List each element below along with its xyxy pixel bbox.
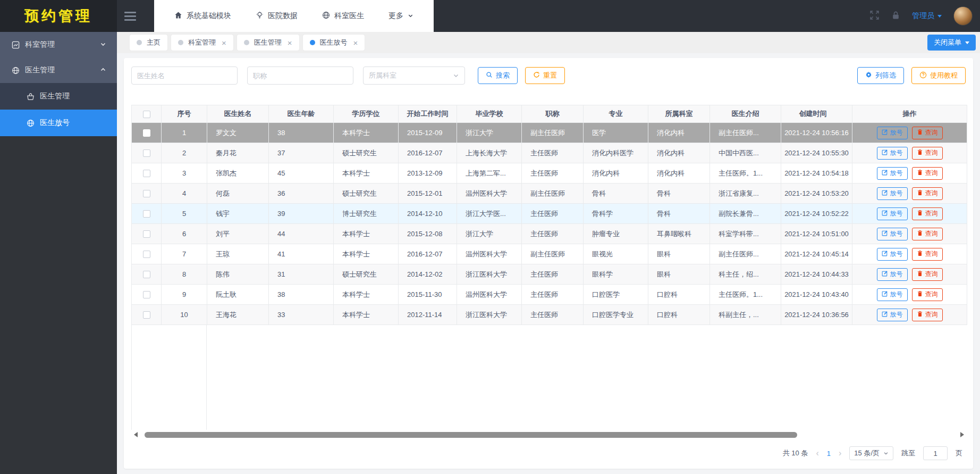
sidebar-item-doctor-release[interactable]: 医生放号 — [0, 110, 117, 136]
trash-icon — [917, 129, 923, 137]
page-number[interactable]: 1 — [827, 450, 831, 458]
query-button[interactable]: 查询 — [912, 228, 943, 240]
bulb-icon — [256, 11, 264, 21]
query-button[interactable]: 查询 — [912, 127, 943, 139]
select-all-checkbox[interactable] — [143, 111, 150, 118]
doctor-name-input[interactable] — [131, 66, 238, 85]
query-button[interactable]: 查询 — [912, 309, 943, 321]
scroll-right-icon[interactable] — [960, 432, 967, 437]
release-button[interactable]: 放号 — [877, 127, 908, 139]
department-select[interactable]: 所属科室 — [363, 66, 465, 85]
globe-icon — [12, 66, 20, 74]
scrollbar-thumb[interactable] — [145, 432, 797, 438]
sidebar-item-label: 科室管理 — [25, 40, 100, 49]
nav-item-hospital-data[interactable]: 医院数据 — [256, 11, 298, 21]
sort-icon[interactable] — [830, 109, 834, 119]
scroll-left-icon[interactable] — [131, 432, 138, 437]
row-checkbox[interactable] — [143, 210, 150, 218]
release-button[interactable]: 放号 — [877, 207, 908, 220]
app-root: 预约管理 科室管理 医生管理 — [0, 0, 980, 474]
close-menu-button[interactable]: 关闭菜单 — [927, 35, 976, 51]
fullscreen-icon[interactable] — [869, 10, 880, 22]
nav-item-more[interactable]: 更多 — [388, 11, 413, 21]
tab-doctor-mgmt[interactable]: 医生管理 × — [237, 35, 299, 51]
nav-item-system-base[interactable]: 系统基础模块 — [174, 11, 231, 21]
search-button[interactable]: 搜索 — [478, 67, 518, 84]
release-button[interactable]: 放号 — [877, 167, 908, 180]
query-button[interactable]: 查询 — [912, 147, 943, 160]
row-checkbox[interactable] — [143, 230, 150, 238]
next-page-icon[interactable]: › — [839, 449, 841, 458]
row-checkbox[interactable] — [143, 311, 150, 319]
column-header-created[interactable]: 创建时间 — [781, 105, 852, 123]
cell-degree: 硕士研究生 — [334, 264, 399, 285]
release-button[interactable]: 放号 — [877, 248, 908, 261]
cell-start: 2013-12-09 — [399, 163, 457, 184]
avatar[interactable] — [953, 6, 973, 26]
table-row[interactable]: 8陈伟31硕士研究生2014-12-02浙江医科大学主任医师眼科学眼科科主任，绍… — [132, 264, 967, 285]
table-row[interactable]: 6刘平44本科学士2015-12-08浙江大学主任医师肿瘤专业耳鼻咽喉科科室学科… — [132, 224, 967, 244]
cell-dept: 耳鼻咽喉科 — [648, 224, 710, 244]
release-button[interactable]: 放号 — [877, 187, 908, 200]
tab-home[interactable]: 主页 — [130, 35, 167, 51]
table-row[interactable]: 5钱宇39博士研究生2014-12-10浙江大学医...主任医师骨科学骨科副院长… — [132, 204, 967, 224]
sidebar-item-doctor-mgmt-sub[interactable]: 医生管理 — [0, 83, 117, 110]
hamburger-menu-icon[interactable] — [124, 10, 136, 23]
jump-page-input[interactable] — [923, 446, 948, 460]
row-checkbox[interactable] — [143, 190, 150, 197]
query-button[interactable]: 查询 — [912, 268, 943, 281]
sidebar-item-label: 医生管理 — [40, 92, 106, 101]
release-button[interactable]: 放号 — [877, 147, 908, 160]
table-row[interactable]: 2秦月花37硕士研究生2016-12-07上海长海大学主任医师消化内科医学消化内… — [132, 143, 967, 163]
column-filter-button[interactable]: 列筛选 — [857, 67, 904, 84]
close-tab-icon[interactable]: × — [222, 39, 226, 47]
sidebar-item-doctor-mgmt[interactable]: 医生管理 — [0, 57, 117, 83]
job-title-input[interactable] — [247, 66, 353, 85]
query-button[interactable]: 查询 — [912, 248, 943, 261]
cell-major: 骨科学 — [584, 204, 648, 224]
table-row[interactable]: 1罗文文38本科学士2015-12-09浙江大学副主任医师医学消化内科副主任医师… — [132, 123, 967, 143]
tab-label: 医生放号 — [320, 38, 348, 47]
release-button[interactable]: 放号 — [877, 288, 908, 301]
prev-page-icon[interactable]: ‹ — [816, 449, 818, 458]
query-button[interactable]: 查询 — [912, 167, 943, 180]
cell-actions: 放号查询 — [852, 244, 967, 264]
query-button[interactable]: 查询 — [912, 288, 943, 301]
row-checkbox[interactable] — [143, 291, 150, 298]
sidebar-item-dept-mgmt[interactable]: 科室管理 — [0, 32, 117, 57]
column-header-age: 医生年龄 — [269, 105, 334, 123]
table-row[interactable]: 9阮土耿38本科学士2015-11-30温州医科大学主任医师口腔医学口腔科主任医… — [132, 285, 967, 305]
scrollbar-track[interactable] — [139, 432, 959, 438]
row-checkbox[interactable] — [143, 149, 150, 157]
release-button[interactable]: 放号 — [877, 268, 908, 281]
table-row[interactable]: 7王琼41本科学士2016-12-07温州医科大学副主任医师眼视光眼科副主任医师… — [132, 244, 967, 264]
table-row[interactable]: 4何磊36硕士研究生2015-12-01温州医科大学副主任医师骨科骨科浙江省康复… — [132, 184, 967, 204]
cell-title: 主任医师 — [522, 264, 584, 285]
table-row[interactable]: 10王海花33本科学士2012-11-14浙江医科大学主任医师口腔医学专业口腔科… — [132, 305, 967, 325]
row-checkbox[interactable] — [143, 251, 150, 258]
row-checkbox[interactable] — [143, 271, 150, 278]
tab-dot-icon — [137, 40, 142, 45]
cell-degree: 本科学士 — [334, 224, 399, 244]
row-checkbox[interactable] — [143, 170, 150, 177]
user-menu[interactable]: 管理员 — [912, 11, 942, 21]
release-button[interactable]: 放号 — [877, 309, 908, 321]
page-size-select[interactable]: 15 条/页 — [849, 446, 893, 460]
tutorial-button[interactable]: 使用教程 — [911, 67, 966, 84]
nav-item-label: 科室医生 — [334, 11, 364, 21]
reset-button[interactable]: 重置 — [525, 67, 565, 84]
table-row[interactable]: 3张凯杰45本科学士2013-12-09上海第二军...主任医师消化内科消化内科… — [132, 163, 967, 184]
cell-start: 2015-12-09 — [399, 123, 457, 143]
query-button[interactable]: 查询 — [912, 207, 943, 220]
release-button[interactable]: 放号 — [877, 228, 908, 240]
query-button[interactable]: 查询 — [912, 187, 943, 200]
row-checkbox[interactable] — [143, 129, 150, 137]
tab-doctor-release[interactable]: 医生放号 × — [303, 35, 365, 51]
nav-item-dept-doctor[interactable]: 科室医生 — [322, 11, 364, 21]
close-tab-icon[interactable]: × — [353, 39, 358, 47]
cell-dept: 消化内科 — [648, 163, 710, 184]
close-tab-icon[interactable]: × — [288, 39, 292, 47]
trash-icon — [917, 290, 923, 298]
tab-dept-mgmt[interactable]: 科室管理 × — [171, 35, 233, 51]
lock-icon[interactable] — [891, 11, 900, 22]
